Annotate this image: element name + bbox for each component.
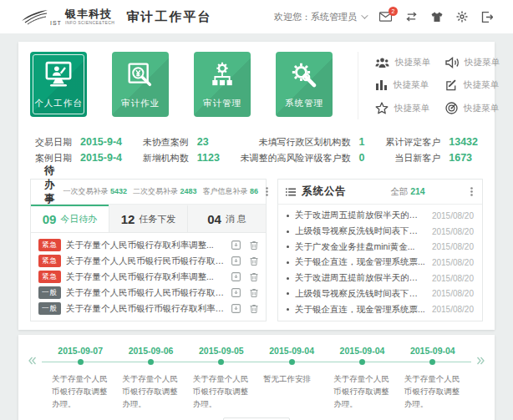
quick-menu-item-3[interactable]: 快捷菜单 xyxy=(375,79,440,91)
app-header: IST 银丰科技 INFO SCIENCE&TECH 审计工作平台 欢迎您：系统… xyxy=(0,0,513,33)
schedule-timeline-card: 2015-09-07 关于存量个人民币银行存取调整办理。 2015-09-06 … xyxy=(18,335,495,420)
trash-icon[interactable] xyxy=(250,256,258,266)
tab-task-dispatch[interactable]: 12 任务下发 xyxy=(109,205,187,232)
priority-badge: 一般 xyxy=(38,286,61,299)
todo-title: 关于存量个人人民币银行民币银行存取利率调整... xyxy=(66,256,226,267)
announcement-item[interactable]: 关于改进周五提前放假半天的安排通知... 2015/08/20 xyxy=(287,210,474,221)
stat-value: 2015-9-4 xyxy=(80,136,122,148)
announcement-item[interactable]: 关于广发金业务挂盘mini黄金... 2015/08/20 xyxy=(287,241,474,253)
bullet-icon xyxy=(287,230,289,233)
trash-icon[interactable] xyxy=(250,272,258,281)
stat-label: 案例日期 xyxy=(35,152,72,164)
group-icon xyxy=(375,57,389,68)
quick-menu-label: 快捷菜单 xyxy=(464,103,499,114)
timeline-entry[interactable]: 2015-09-04 暂无工作安排 xyxy=(256,345,327,411)
stat-label: 当日新客户 xyxy=(385,152,440,164)
announcement-item[interactable]: 关于改进周五提前放假半天的安排通知... 2015/08/20 xyxy=(287,272,474,284)
todo-list-item[interactable]: 一般 关于存量个人民币银行币银行存取利率调整... xyxy=(38,302,258,315)
announcement-item[interactable]: 上级领导视察反洗钱时间表下载链接... 2015/08/20 xyxy=(287,225,474,237)
stat-value: 1123 xyxy=(197,152,220,164)
archive-icon[interactable] xyxy=(231,240,241,250)
todo-tabs: 09 今日待办 12 任务下发 04 消 息 xyxy=(31,205,266,233)
timeline-entry[interactable]: 2015-09-04 关于存量个人民币银行存取调整办理。 xyxy=(327,345,397,411)
announcement-item[interactable]: 上级领导视察反洗钱时间表下载链接... 2015/08/20 xyxy=(287,288,474,300)
tile-label: 个人工作台 xyxy=(30,98,87,109)
todo-list-item[interactable]: 紧急 关于存量个人民币银行存取利率调整... xyxy=(38,271,258,283)
timeline-entry[interactable]: 2015-09-06 关于存量个人民币银行存取调整办理。 xyxy=(115,345,185,411)
star-icon xyxy=(375,102,389,114)
todo-title: 关于存量个人民币银行币银行存取利率调整... xyxy=(66,303,226,315)
quick-menu-item-1[interactable]: 快捷菜单 xyxy=(375,57,440,68)
tile-audit-job[interactable]: 审计作业 xyxy=(112,52,169,117)
stat-value: 1673 xyxy=(449,152,478,164)
target-icon xyxy=(445,102,458,114)
view-all-link[interactable]: 全部 214 xyxy=(390,186,424,198)
timeline-entry[interactable]: 2015-09-07 关于存量个人民币银行存取调整办理。 xyxy=(45,345,115,411)
timeline-entry[interactable]: 2015-09-05 关于存量个人民币银行存取调整办理。 xyxy=(186,345,256,411)
more-icon[interactable] xyxy=(469,185,475,198)
todo-list-item[interactable]: 紧急 关于存量个人民币银行存取利率调整... xyxy=(38,239,258,251)
audit-manage-icon xyxy=(209,61,236,93)
todo-head-stat: 客户信息补录 86 xyxy=(203,186,259,197)
announcement-item[interactable]: 关于银企直连，现金管理系统票... 2015/08/20 xyxy=(287,256,474,268)
quick-menu-item-4[interactable]: 快捷菜单 xyxy=(445,79,510,91)
todo-list-item[interactable]: 一般 关于存量个人民币银行人民币银行存取利率调整... xyxy=(38,286,258,299)
announcement-item[interactable]: 关于银企直连，现金管理系统票... 2015/08/20 xyxy=(287,304,474,316)
quick-menu-label: 快捷菜单 xyxy=(465,57,500,68)
archive-icon[interactable] xyxy=(231,288,241,297)
quick-menu-item-5[interactable]: 快捷菜单 xyxy=(375,102,440,114)
timeline-dot xyxy=(218,359,224,365)
announcement-panel-title: 系统公告 xyxy=(302,185,347,199)
archive-icon[interactable] xyxy=(231,304,241,313)
theme-shirt-icon[interactable] xyxy=(431,12,443,23)
tab-today-todo[interactable]: 09 今日待办 xyxy=(31,205,109,232)
logout-icon[interactable] xyxy=(481,12,493,23)
tab-messages[interactable]: 04 消 息 xyxy=(187,205,266,232)
stat-label: 未填写行政区划机构数 xyxy=(241,136,351,148)
company-name: 银丰科技 xyxy=(65,8,114,19)
more-icon[interactable] xyxy=(264,185,270,198)
bar-chart-icon xyxy=(375,79,388,91)
bullet-icon xyxy=(287,215,289,217)
todo-list-item[interactable]: 紧急 关于存量个人人民币银行民币银行存取利率调整... xyxy=(38,255,258,267)
stat-value: 23 xyxy=(197,136,220,148)
tile-audit-manage[interactable]: 审计管理 xyxy=(194,52,251,117)
mail-icon[interactable]: 2 xyxy=(379,12,392,22)
audit-job-icon xyxy=(127,61,154,93)
timeline-next-icon[interactable] xyxy=(476,356,486,366)
timeline-entry[interactable]: 2015-09-04 关于存量个人民币银行存取调整办理。 xyxy=(398,345,468,411)
dashboard-card: 个人工作台 审计作业 审计管理 系统管理 快捷菜单 xyxy=(18,42,495,330)
timeline-dot xyxy=(289,359,295,365)
stat-label: 交易日期 xyxy=(35,136,72,148)
quick-menu-item-2[interactable]: 快捷菜单 xyxy=(445,57,510,68)
trash-icon[interactable] xyxy=(250,304,258,313)
todo-head-stat: 一次交易补录 5432 xyxy=(63,186,128,197)
logo-swoosh-icon xyxy=(20,8,48,26)
quick-menu-label: 快捷菜单 xyxy=(464,79,499,91)
priority-badge: 紧急 xyxy=(38,239,61,251)
archive-icon[interactable] xyxy=(231,272,241,281)
timeline-prev-icon[interactable] xyxy=(27,356,37,366)
archive-icon[interactable] xyxy=(231,256,241,266)
swap-arrows-icon[interactable] xyxy=(405,12,418,22)
tile-personal-workbench[interactable]: 个人工作台 xyxy=(30,52,87,117)
trash-icon[interactable] xyxy=(250,288,258,297)
stat-label: 未调整的高风险评级客户数 xyxy=(241,152,351,164)
announcement-list: 关于改进周五提前放假半天的安排通知... 2015/08/20 上级领导视察反洗… xyxy=(278,205,482,321)
mail-badge: 2 xyxy=(389,7,398,16)
stat-value: 2015-9-4 xyxy=(80,152,122,164)
gear-icon[interactable] xyxy=(456,11,468,23)
all-schedule-button[interactable]: 全部日程 xyxy=(223,417,290,420)
quick-menu-item-6[interactable]: 快捷菜单 xyxy=(445,102,510,114)
stat-label: 未协查案例 xyxy=(143,136,189,148)
company-logo: IST xyxy=(20,8,62,26)
trash-icon[interactable] xyxy=(250,240,258,250)
summary-stats: 交易日期 2015-9-4 案例日期 2015-9-4 未协查案例 23 新增机… xyxy=(30,119,483,179)
announcement-panel: 系统公告 全部 214 关于改进周五提前放假半天的安排通知... 2015/08… xyxy=(277,179,483,321)
edit-icon xyxy=(445,79,458,91)
user-menu[interactable]: 欢迎您：系统管理员 xyxy=(274,11,366,23)
bullet-icon xyxy=(287,245,289,248)
stat-value: 13432 xyxy=(449,136,478,148)
bullet-icon xyxy=(287,292,289,295)
tile-system-manage[interactable]: 系统管理 xyxy=(276,52,333,117)
